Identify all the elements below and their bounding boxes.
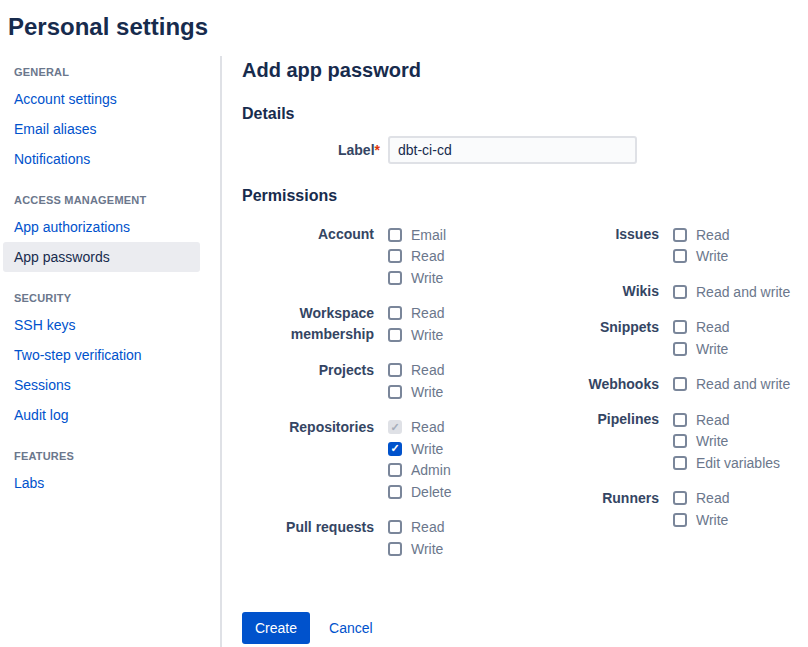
permission-option-label: Write bbox=[411, 327, 443, 343]
sidebar-item-sessions[interactable]: Sessions bbox=[3, 370, 200, 400]
label-input[interactable] bbox=[388, 136, 637, 164]
permission-option-label: Write bbox=[411, 541, 443, 557]
permission-option-pipelines-read[interactable]: Read bbox=[673, 409, 780, 431]
sidebar-item-two-step-verification[interactable]: Two-step verification bbox=[3, 340, 200, 370]
permission-group-runners: Runners Read Write bbox=[558, 488, 808, 531]
layout: GENERAL Account settingsEmail aliasesNot… bbox=[0, 56, 808, 647]
checkbox-pipelines-write[interactable] bbox=[673, 434, 687, 448]
permission-option-wikis-read-and-write[interactable]: Read and write bbox=[673, 281, 790, 303]
sidebar-group-label: SECURITY bbox=[0, 286, 220, 310]
permission-option-pull-requests-read[interactable]: Read bbox=[388, 517, 444, 539]
permission-option-pipelines-write[interactable]: Write bbox=[673, 431, 780, 453]
sidebar-item-notifications[interactable]: Notifications bbox=[3, 144, 200, 174]
checkbox-runners-write[interactable] bbox=[673, 513, 687, 527]
label-field-label-text: Label bbox=[338, 142, 375, 158]
checkbox-snippets-read[interactable] bbox=[673, 320, 687, 334]
permission-option-projects-write[interactable]: Write bbox=[388, 381, 444, 403]
sidebar-item-app-authorizations[interactable]: App authorizations bbox=[3, 212, 200, 242]
permission-option-label: Email bbox=[411, 227, 446, 243]
permission-option-label: Read bbox=[696, 490, 729, 506]
permission-option-label: Read and write bbox=[696, 284, 790, 300]
checkbox-account-read[interactable] bbox=[388, 249, 402, 263]
permission-option-snippets-write[interactable]: Write bbox=[673, 338, 729, 360]
permission-options: Read Write bbox=[673, 317, 729, 360]
permission-group-label: Account bbox=[242, 224, 388, 289]
permissions-column-left: Account Email Read Write Workspace membe… bbox=[242, 224, 558, 574]
checkbox-pull-requests-write[interactable] bbox=[388, 542, 402, 556]
permission-option-account-email[interactable]: Email bbox=[388, 224, 446, 246]
sidebar-item-ssh-keys[interactable]: SSH keys bbox=[3, 310, 200, 340]
checkbox-wikis-read-and-write[interactable] bbox=[673, 285, 687, 299]
checkbox-pull-requests-read[interactable] bbox=[388, 520, 402, 534]
sidebar-item-labs[interactable]: Labs bbox=[3, 468, 200, 498]
form-actions: Create Cancel bbox=[242, 612, 808, 644]
checkbox-projects-write[interactable] bbox=[388, 385, 402, 399]
permission-option-label: Write bbox=[696, 433, 728, 449]
permission-options: Read Write bbox=[388, 360, 444, 403]
permission-group-label: Wikis bbox=[558, 281, 673, 303]
permission-group-label: Snippets bbox=[558, 317, 673, 360]
permission-option-projects-read[interactable]: Read bbox=[388, 360, 444, 382]
sidebar-item-email-aliases[interactable]: Email aliases bbox=[3, 114, 200, 144]
permission-group-snippets: Snippets Read Write bbox=[558, 317, 808, 360]
permission-option-label: Read bbox=[411, 419, 444, 435]
cancel-link[interactable]: Cancel bbox=[329, 620, 373, 636]
permission-group-label: Projects bbox=[242, 360, 388, 403]
permission-option-label: Read bbox=[696, 319, 729, 335]
permission-option-label: Write bbox=[696, 341, 728, 357]
permission-options: Read Write bbox=[673, 488, 729, 531]
permission-option-pipelines-edit-variables[interactable]: Edit variables bbox=[673, 452, 780, 474]
checkbox-repositories-delete[interactable] bbox=[388, 485, 402, 499]
permissions-columns: Account Email Read Write Workspace membe… bbox=[242, 224, 808, 574]
permission-options: Read Write bbox=[673, 224, 729, 267]
permission-option-repositories-write[interactable]: ✓ Write bbox=[388, 438, 451, 460]
checkbox-repositories-write[interactable]: ✓ bbox=[388, 442, 402, 456]
settings-sidebar: GENERAL Account settingsEmail aliasesNot… bbox=[0, 56, 222, 647]
page-title: Personal settings bbox=[0, 0, 808, 42]
sidebar-item-app-passwords[interactable]: App passwords bbox=[3, 242, 200, 272]
permission-option-label: Read and write bbox=[696, 376, 790, 392]
checkbox-account-email[interactable] bbox=[388, 228, 402, 242]
permission-option-workspace-membership-read[interactable]: Read bbox=[388, 303, 444, 325]
sidebar-item-account-settings[interactable]: Account settings bbox=[3, 84, 200, 114]
checkbox-workspace-membership-read[interactable] bbox=[388, 306, 402, 320]
checkbox-pipelines-edit-variables[interactable] bbox=[673, 456, 687, 470]
permission-option-webhooks-read-and-write[interactable]: Read and write bbox=[673, 374, 790, 396]
permission-group-wikis: Wikis Read and write bbox=[558, 281, 808, 303]
permission-options: Read Write bbox=[388, 303, 444, 346]
permission-group-workspace-membership: Workspace membership Read Write bbox=[242, 303, 558, 346]
permission-group-issues: Issues Read Write bbox=[558, 224, 808, 267]
permission-option-repositories-admin[interactable]: Admin bbox=[388, 460, 451, 482]
create-button[interactable]: Create bbox=[242, 612, 310, 644]
permission-option-runners-write[interactable]: Write bbox=[673, 509, 729, 531]
permission-option-account-read[interactable]: Read bbox=[388, 246, 446, 268]
sidebar-group-label: ACCESS MANAGEMENT bbox=[0, 188, 220, 212]
permission-option-label: Write bbox=[411, 384, 443, 400]
checkbox-projects-read[interactable] bbox=[388, 363, 402, 377]
permission-option-issues-write[interactable]: Write bbox=[673, 246, 729, 268]
permission-option-issues-read[interactable]: Read bbox=[673, 224, 729, 246]
checkbox-snippets-write[interactable] bbox=[673, 342, 687, 356]
sidebar-group: GENERAL Account settingsEmail aliasesNot… bbox=[0, 60, 220, 174]
permission-option-runners-read[interactable]: Read bbox=[673, 488, 729, 510]
permission-option-repositories-delete[interactable]: Delete bbox=[388, 481, 451, 503]
permission-option-repositories-read[interactable]: ✓ Read bbox=[388, 417, 451, 439]
permission-group-account: Account Email Read Write bbox=[242, 224, 558, 289]
checkbox-repositories-admin[interactable] bbox=[388, 463, 402, 477]
checkbox-issues-read[interactable] bbox=[673, 228, 687, 242]
permission-option-pull-requests-write[interactable]: Write bbox=[388, 538, 444, 560]
permission-group-label: Workspace membership bbox=[242, 303, 388, 346]
permission-option-label: Write bbox=[411, 270, 443, 286]
checkbox-issues-write[interactable] bbox=[673, 249, 687, 263]
checkbox-account-write[interactable] bbox=[388, 271, 402, 285]
checkbox-workspace-membership-write[interactable] bbox=[388, 328, 402, 342]
checkbox-runners-read[interactable] bbox=[673, 491, 687, 505]
checkbox-webhooks-read-and-write[interactable] bbox=[673, 377, 687, 391]
permission-option-snippets-read[interactable]: Read bbox=[673, 317, 729, 339]
sidebar-item-audit-log[interactable]: Audit log bbox=[3, 400, 200, 430]
permission-option-workspace-membership-write[interactable]: Write bbox=[388, 324, 444, 346]
checkbox-pipelines-read[interactable] bbox=[673, 413, 687, 427]
permission-group-pull-requests: Pull requests Read Write bbox=[242, 517, 558, 560]
permission-option-account-write[interactable]: Write bbox=[388, 267, 446, 289]
permission-group-repositories: Repositories ✓ Read ✓ Write Admin Delete bbox=[242, 417, 558, 503]
